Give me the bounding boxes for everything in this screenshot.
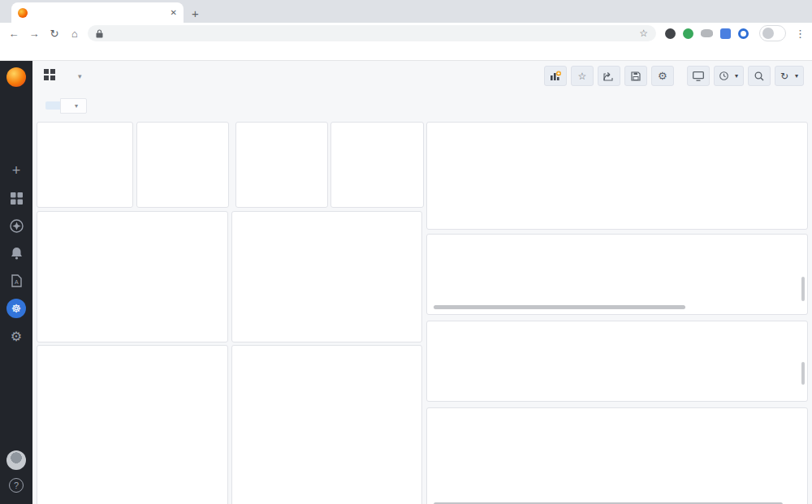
panel-title[interactable]: [37, 212, 227, 219]
extension-icon[interactable]: [665, 28, 676, 39]
panel-title[interactable]: [427, 321, 807, 329]
share-dashboard-button[interactable]: [598, 66, 620, 86]
network-chart[interactable]: [232, 353, 421, 462]
chevron-down-icon[interactable]: ▾: [78, 72, 82, 80]
variable-label: [45, 101, 60, 110]
panel-title[interactable]: [232, 346, 421, 353]
panel-cpu-stats[interactable]: [37, 211, 228, 342]
sparkline: [332, 179, 422, 207]
panel-title[interactable]: [37, 346, 227, 353]
dashboard-toolbar: ☆ ⚙ ▾: [544, 66, 804, 86]
chart-legend: [37, 462, 227, 464]
refresh-picker[interactable]: ↻ ▾: [775, 66, 804, 86]
profile-avatar: [762, 28, 774, 39]
chart-legend: [232, 294, 421, 296]
panel-number-sessions[interactable]: [136, 122, 229, 208]
variable-dropdown[interactable]: ▾: [60, 98, 87, 114]
extension-icon[interactable]: [683, 28, 693, 39]
star-dashboard-button[interactable]: ☆: [571, 66, 594, 86]
kubernetes-plugin-icon[interactable]: ☸: [6, 298, 27, 319]
grafana-favicon-icon: [18, 8, 28, 18]
back-icon[interactable]: ←: [6, 28, 21, 40]
panel-mem-stats[interactable]: [231, 211, 422, 342]
panel-title[interactable]: [37, 123, 132, 130]
dashboard-header: ▾ ☆ ⚙: [32, 61, 812, 91]
add-panel-button[interactable]: [544, 66, 567, 86]
dashboard-settings-button[interactable]: ⚙: [651, 66, 674, 86]
browser-menu-icon[interactable]: ⋮: [795, 28, 806, 40]
bookmarks-bar: [0, 44, 812, 61]
sparkline: [237, 179, 326, 207]
tv-kiosk-button[interactable]: [687, 66, 710, 86]
user-avatar[interactable]: [6, 450, 26, 470]
bookmark-star-icon[interactable]: ☆: [639, 28, 648, 39]
dashboards-icon[interactable]: [6, 187, 27, 209]
dashboard-grid-icon[interactable]: [44, 69, 55, 83]
panel-title[interactable]: [427, 235, 807, 242]
save-dashboard-button[interactable]: [624, 66, 647, 86]
breadcrumb: ▾: [44, 69, 82, 83]
address-bar[interactable]: ☆: [88, 25, 656, 41]
panel-title[interactable]: [331, 123, 423, 130]
time-range-picker[interactable]: ▾: [714, 66, 744, 86]
forward-icon[interactable]: →: [27, 28, 41, 40]
panel-io-stats[interactable]: [37, 345, 228, 504]
alerting-bell-icon[interactable]: [6, 243, 27, 264]
reload-icon[interactable]: ↻: [47, 28, 62, 40]
panel-resource-limits[interactable]: [426, 407, 808, 504]
tab-strip: ✕ +: [0, 0, 812, 23]
tab-close-icon[interactable]: ✕: [171, 8, 177, 17]
io-chart[interactable]: [37, 353, 227, 462]
panel-title[interactable]: [232, 212, 421, 219]
grafana-app: + A ☸ ⚙ ? ▾: [0, 61, 812, 504]
variables-row: ▾: [32, 91, 812, 120]
panel-blocked-users[interactable]: [37, 122, 133, 208]
configuration-gear-icon[interactable]: ⚙: [6, 325, 27, 347]
svg-text:A: A: [15, 279, 19, 285]
vertical-scrollbar[interactable]: [801, 277, 805, 301]
panel-title[interactable]: [137, 123, 228, 130]
lock-icon: [96, 29, 103, 38]
grafana-logo-icon[interactable]: [6, 67, 26, 87]
sparkline: [138, 179, 227, 207]
cpu-chart[interactable]: [37, 219, 227, 294]
extension-icon[interactable]: [738, 28, 749, 39]
panel-sys-stats[interactable]: [426, 321, 808, 402]
new-tab-button[interactable]: +: [192, 6, 199, 20]
sync-paused-button[interactable]: [759, 25, 786, 41]
help-icon[interactable]: ?: [9, 478, 24, 493]
chevron-down-icon: ▾: [735, 72, 738, 80]
extensions-row: [665, 28, 749, 39]
chart-legend: [232, 462, 421, 464]
grafana-sidebar: + A ☸ ⚙ ?: [0, 61, 32, 504]
reports-doc-icon[interactable]: A: [6, 270, 27, 291]
add-icon[interactable]: +: [6, 160, 27, 181]
browser-toolbar: ← → ↻ ⌂ ☆ ⋮: [0, 23, 812, 44]
panel-network-traffic[interactable]: [231, 345, 422, 504]
clock-icon: [719, 71, 728, 80]
vertical-scrollbar[interactable]: [801, 362, 805, 385]
panel-index-scans[interactable]: [330, 122, 424, 208]
panel-title[interactable]: [427, 123, 807, 130]
refresh-icon: ↻: [780, 71, 788, 82]
panel-number-of-waits[interactable]: [235, 122, 328, 208]
chart-legend: [37, 294, 227, 296]
chevron-down-icon: ▾: [795, 72, 798, 80]
chevron-down-icon: ▾: [75, 102, 78, 110]
panel-title[interactable]: [427, 408, 807, 416]
mem-chart[interactable]: [232, 219, 421, 294]
panel-title[interactable]: [236, 123, 327, 130]
sparkline: [38, 179, 132, 207]
panel-login-session-stats[interactable]: [426, 122, 808, 230]
grafana-main: ▾ ☆ ⚙: [32, 61, 812, 504]
dashboard-grid: [32, 120, 812, 504]
browser-tab[interactable]: ✕: [11, 2, 184, 23]
zoom-out-button[interactable]: [748, 66, 771, 86]
panel-dba-locks[interactable]: [426, 234, 808, 315]
home-icon[interactable]: ⌂: [67, 28, 82, 40]
horizontal-scrollbar[interactable]: [434, 305, 685, 309]
extension-icon[interactable]: [720, 28, 731, 39]
explore-icon[interactable]: [6, 215, 27, 236]
extension-icon[interactable]: [701, 29, 713, 37]
